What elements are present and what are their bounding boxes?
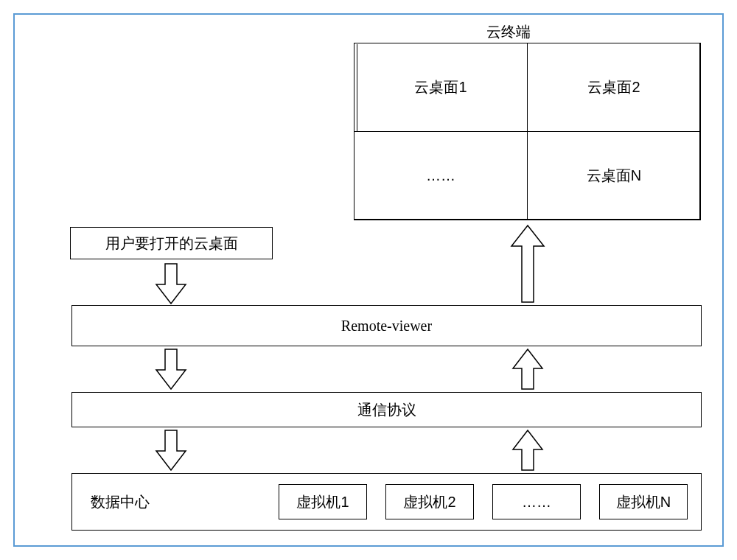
cloud-desktop-n: 云桌面N	[527, 131, 701, 220]
user-request-box: 用户要打开的云桌面	[70, 227, 273, 259]
cloud-desktop-ellipsis: ……	[354, 131, 528, 220]
cloud-terminal-grid: 云桌面1 云桌面2 …… 云桌面N	[354, 43, 700, 220]
arrow-down-2	[155, 348, 187, 391]
vm-2: 虚拟机2	[385, 484, 474, 519]
vm-1: 虚拟机1	[279, 484, 367, 519]
arrow-up-1	[510, 224, 545, 304]
vm-ellipsis: ……	[492, 484, 581, 519]
datacenter-box: 数据中心 虚拟机1 虚拟机2 …… 虚拟机N	[71, 473, 702, 531]
arrow-down-3	[155, 429, 187, 472]
diagram-frame: 云终端 云桌面1 云桌面2 …… 云桌面N 用户要打开的云桌面 Remote-v…	[13, 13, 724, 547]
cloud-desktop-2: 云桌面2	[527, 43, 701, 132]
cloud-terminal-title: 云终端	[464, 22, 553, 42]
protocol-box: 通信协议	[71, 392, 702, 427]
cloud-desktop-1: 云桌面1	[354, 43, 528, 132]
remote-viewer-box: Remote-viewer	[71, 305, 702, 346]
vm-n: 虚拟机N	[599, 484, 688, 519]
arrow-up-2	[511, 348, 544, 391]
arrow-down-1	[155, 262, 187, 305]
arrow-up-3	[511, 429, 544, 472]
datacenter-label: 数据中心	[91, 492, 150, 512]
grid-double-line	[357, 44, 357, 131]
